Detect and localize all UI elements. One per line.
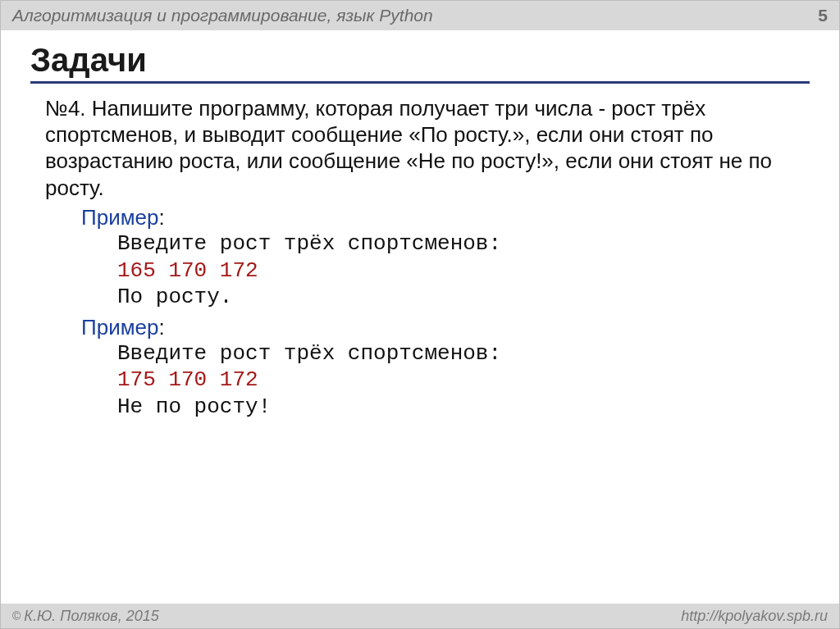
colon: : bbox=[158, 315, 164, 340]
copyright-symbol: © bbox=[12, 609, 21, 622]
example-2-output: Не по росту! bbox=[117, 394, 271, 419]
example-label: Пример bbox=[81, 205, 158, 230]
author: К.Ю. Поляков, 2015 bbox=[24, 608, 158, 625]
footer-url: http://kpolyakov.spb.ru bbox=[681, 608, 828, 625]
page-title: Задачи bbox=[30, 42, 810, 78]
page-number: 5 bbox=[818, 6, 828, 25]
body: №4. Напишите программу, которая получает… bbox=[30, 95, 810, 420]
title-rule bbox=[30, 81, 810, 84]
example-label: Пример bbox=[81, 315, 158, 340]
header-title: Алгоритмизация и программирование, язык … bbox=[12, 6, 433, 25]
example-2-io: Введите рост трёх спортсменов: 175 170 1… bbox=[117, 340, 795, 421]
content: Задачи №4. Напишите программу, которая п… bbox=[1, 30, 839, 420]
example-2: Пример: Введите рост трёх спортсменов: 1… bbox=[81, 314, 795, 421]
colon: : bbox=[158, 205, 164, 230]
slide: Алгоритмизация и программирование, язык … bbox=[0, 0, 840, 629]
example-1-output: По росту. bbox=[117, 285, 232, 309]
slide-header: Алгоритмизация и программирование, язык … bbox=[1, 1, 839, 30]
example-1-input: 165 170 172 bbox=[117, 258, 258, 283]
example-1-prompt: Введите рост трёх спортсменов: bbox=[117, 231, 501, 256]
copyright: © К.Ю. Поляков, 2015 bbox=[12, 608, 159, 625]
example-1-io: Введите рост трёх спортсменов: 165 170 1… bbox=[117, 230, 795, 311]
example-1: Пример: Введите рост трёх спортсменов: 1… bbox=[81, 204, 795, 311]
slide-footer: © К.Ю. Поляков, 2015 http://kpolyakov.sp… bbox=[1, 604, 839, 628]
example-2-input: 175 170 172 bbox=[117, 367, 258, 392]
task-text: №4. Напишите программу, которая получает… bbox=[45, 95, 795, 201]
example-2-prompt: Введите рост трёх спортсменов: bbox=[117, 341, 501, 366]
